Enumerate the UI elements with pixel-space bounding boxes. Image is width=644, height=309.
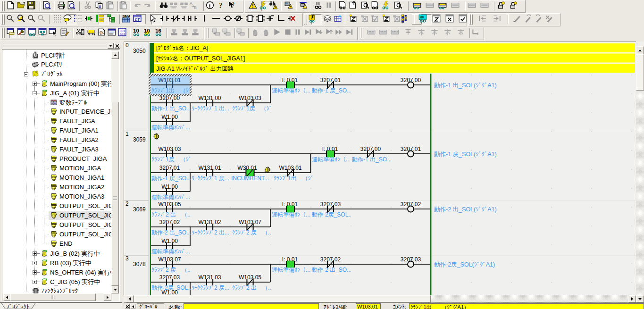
svg-text:動作-1 戻_SOL(ｼﾞｸﾞA1): 動作-1 戻_SOL(ｼﾞｸﾞA1) (434, 151, 497, 158)
svg-text:運転準備ｵﾝﾊﾞ...: 運転準備ｵﾝﾊﾞ... (151, 248, 190, 255)
svg-text:3207.02: 3207.02 (159, 219, 180, 225)
svg-text:W1.00: W1.00 (161, 289, 178, 295)
svg-text:1: 1 (125, 131, 129, 137)
svg-text:W1.00: W1.00 (161, 114, 178, 120)
svg-text:動作-2戻_SOL...: 動作-2戻_SOL... (312, 211, 353, 218)
svg-text:ｸﾗﾝﾌﾟ1出 （ｼﾞ...: ｸﾗﾝﾌﾟ1出 （ｼﾞ... (274, 175, 318, 182)
svg-text:W30.01: W30.01 (237, 165, 257, 171)
svg-text:動作-1 出_SOL(ｼﾞｸﾞA1): 動作-1 出_SOL(ｼﾞｸﾞA1) (434, 82, 497, 89)
svg-text:W131.00: W131.00 (198, 95, 221, 101)
svg-text:ｸﾗﾝﾌﾟ2 出 （...: ｸﾗﾝﾌﾟ2 出 （... (232, 284, 273, 291)
svg-text:運転準備ｵﾝ（...: 運転準備ｵﾝ（... (272, 87, 310, 94)
svg-text:動作-2 出_SO...: 動作-2 出_SO... (312, 267, 351, 273)
svg-text:W103.03: W103.03 (158, 146, 181, 152)
svg-text:0: 0 (125, 42, 129, 49)
svg-text:運転準備ｵﾝﾊﾞ...: 運転準備ｵﾝﾊﾞ... (151, 124, 190, 131)
svg-text:動作-1 戻_SO...: 動作-1 戻_SO... (151, 175, 191, 182)
svg-text:運転準備ｵﾝ（...: 運転準備ｵﾝ（... (272, 267, 310, 273)
svg-text:ﾜｰｸｸﾗﾝﾌﾟ1 戻...: ﾜｰｸｸﾗﾝﾌﾟ1 戻... (192, 175, 229, 182)
svg-text:3069: 3069 (133, 206, 146, 213)
svg-text:W131.02: W131.02 (198, 219, 221, 225)
svg-text:W1.00: W1.00 (161, 238, 178, 244)
svg-text:ﾜｰｸｸﾗﾝﾌﾟ2 戻...: ﾜｰｸｸﾗﾝﾌﾟ2 戻... (192, 284, 229, 291)
svg-text:3207.03: 3207.03 (320, 201, 341, 208)
svg-text:動作-2戻_SOL(ｼﾞｸﾞA1): 動作-2戻_SOL(ｼﾞｸﾞA1) (434, 261, 495, 268)
svg-text:3: 3 (125, 255, 129, 262)
svg-text:3207.00: 3207.00 (360, 146, 381, 152)
svg-text:動作-2 出_SO...: 動作-2 出_SO... (151, 229, 191, 236)
svg-text:W103.07: W103.07 (158, 256, 181, 263)
svg-text:[ｾｸｼｮﾝ名：OUTPUT_SOL_JIGA1]: [ｾｸｼｮﾝ名：OUTPUT_SOL_JIGA1] (156, 55, 245, 62)
svg-text:運転準備ｵﾝ（...: 運転準備ｵﾝ（... (272, 211, 310, 218)
svg-text:ｸﾗﾝﾌﾟ2 出 （...: ｸﾗﾝﾌﾟ2 出 （... (151, 211, 192, 218)
svg-text:動作-1 出_SO...: 動作-1 出_SO... (151, 105, 191, 112)
svg-text:3050: 3050 (133, 48, 146, 54)
svg-text:W103.03: W103.03 (239, 95, 261, 101)
svg-text:3207.01: 3207.01 (159, 165, 180, 171)
svg-text:W103.05: W103.05 (239, 274, 261, 281)
svg-text:動作-2 出_SOL(ｼﾞｸﾞA1): 動作-2 出_SOL(ｼﾞｸﾞA1) (434, 206, 497, 213)
svg-text:W103.01: W103.01 (158, 77, 181, 84)
svg-text:ﾜｰｸｸﾗﾝﾌﾟ1 出...: ﾜｰｸｸﾗﾝﾌﾟ1 出... (192, 105, 229, 112)
svg-text:INCUMBENT...: INCUMBENT... (231, 175, 269, 182)
svg-text:3207.02: 3207.02 (320, 256, 341, 263)
svg-text:ｸﾗﾝﾌﾟ2 戻 （...: ｸﾗﾝﾌﾟ2 戻 （... (151, 267, 192, 273)
svg-text:ﾜｰｸｸﾗﾝﾌﾟ2 出...: ﾜｰｸｸﾗﾝﾌﾟ2 出... (192, 229, 229, 236)
svg-text:JIG-A1 ｿﾚﾉｲﾄﾞﾊﾞﾙﾌﾞ 出力回路: JIG-A1 ｿﾚﾉｲﾄﾞﾊﾞﾙﾌﾞ 出力回路 (156, 66, 234, 72)
svg-text:ｸﾗﾝﾌﾟ1戻 （ｼﾞ...: ｸﾗﾝﾌﾟ1戻 （ｼﾞ... (232, 105, 277, 112)
svg-text:3207.02: 3207.02 (401, 201, 421, 208)
svg-text:2: 2 (125, 200, 129, 207)
svg-text:I: 0.01: I: 0.01 (282, 77, 298, 84)
svg-text:動作-1 出_SO...: 動作-1 出_SO... (352, 156, 392, 163)
svg-text:I: 0.01: I: 0.01 (322, 146, 338, 152)
svg-text:W103.05: W103.05 (158, 201, 181, 208)
svg-text:W103.07: W103.07 (239, 219, 261, 225)
svg-text:[ﾌﾟﾛｸﾞﾗﾑ名：JIG_A]: [ﾌﾟﾛｸﾞﾗﾑ名：JIG_A] (156, 45, 208, 51)
svg-text:3207.01: 3207.01 (320, 77, 341, 84)
svg-text:3207.03: 3207.03 (159, 274, 180, 281)
svg-text:W131.03: W131.03 (198, 274, 221, 281)
svg-text:3078: 3078 (133, 261, 146, 267)
svg-text:W131.01: W131.01 (198, 165, 221, 171)
svg-text:3207.03: 3207.03 (401, 256, 421, 263)
svg-text:I: 0.01: I: 0.01 (282, 256, 298, 263)
svg-text:ｸﾗﾝﾌﾟ1戻 （ｼﾞ...: ｸﾗﾝﾌﾟ1戻 （ｼﾞ... (151, 156, 196, 163)
svg-text:W103.01: W103.01 (279, 165, 301, 171)
svg-text:W1.00: W1.00 (161, 184, 178, 190)
svg-text:3207.01: 3207.01 (401, 146, 421, 152)
svg-text:動作-1 戻_SO...: 動作-1 戻_SO... (312, 87, 351, 94)
svg-text:ｸﾗﾝﾌﾟ2 戻 （...: ｸﾗﾝﾌﾟ2 戻 （... (232, 229, 273, 236)
svg-text:I: 0.01: I: 0.01 (282, 201, 298, 208)
svg-text:運転準備ｵﾝ（...: 運転準備ｵﾝ（... (312, 156, 351, 163)
svg-text:3059: 3059 (133, 136, 146, 143)
svg-text:3207.00: 3207.00 (159, 95, 180, 101)
svg-text:ｸﾗﾝﾌﾟ1出 （ｼﾞ...: ｸﾗﾝﾌﾟ1出 （ｼﾞ... (151, 87, 196, 94)
svg-text:運転準備ｵﾝﾊﾞ...: 運転準備ｵﾝﾊﾞ... (151, 194, 190, 200)
svg-text:3207.00: 3207.00 (401, 77, 421, 84)
